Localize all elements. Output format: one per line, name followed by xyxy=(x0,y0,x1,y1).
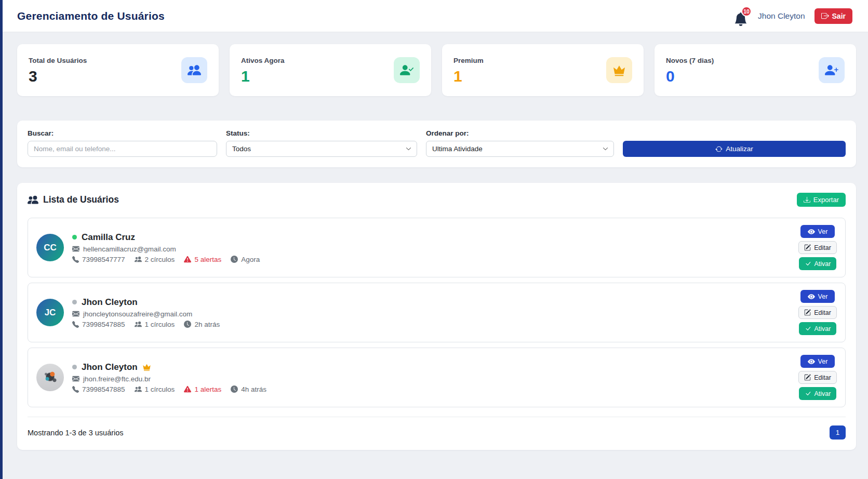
avatar-photo xyxy=(36,364,64,391)
warning-icon xyxy=(184,385,191,393)
stat-icon-box xyxy=(819,57,845,83)
phone-icon xyxy=(72,321,79,328)
user-circles: 1 círculos xyxy=(135,321,175,328)
activate-button[interactable]: Ativar xyxy=(799,322,836,335)
search-label: Buscar: xyxy=(28,129,217,137)
envelope-icon xyxy=(72,375,79,382)
envelope-icon xyxy=(72,245,79,252)
status-dot xyxy=(72,300,77,304)
user-phone: 73998547885 xyxy=(72,385,125,393)
row-actions: Ver Editar Ativar xyxy=(798,355,837,400)
stat-card-total-users: Total de Usuários 3 xyxy=(17,44,219,96)
eye-icon xyxy=(808,293,815,300)
list-footer: Mostrando 1-3 de 3 usuários 1 xyxy=(28,417,846,440)
sort-select[interactable]: Ultima Atividade xyxy=(426,141,614,157)
user-email-line: jhon.freire@ftc.edu.br xyxy=(72,375,798,383)
user-plus-icon xyxy=(825,63,838,77)
stat-card-active-now: Ativos Agora 1 xyxy=(230,44,431,96)
activate-button[interactable]: Ativar xyxy=(799,257,836,270)
stat-label: Total de Usuários xyxy=(29,57,87,64)
header-user-name: Jhon Cleyton xyxy=(758,11,805,21)
user-email: hellencamillacruz@gmail.com xyxy=(83,245,176,253)
notifications-button[interactable]: 10 xyxy=(733,8,749,24)
sort-label: Ordenar por: xyxy=(426,129,614,137)
phone-icon xyxy=(72,256,79,263)
user-last-activity: Agora xyxy=(231,256,260,263)
status-select[interactable]: Todos xyxy=(226,141,417,157)
user-email: jhon.freire@ftc.edu.br xyxy=(83,375,151,383)
edit-button[interactable]: Editar xyxy=(798,241,837,254)
sort-selected-value: Ultima Atividade xyxy=(432,145,483,153)
notification-count-badge: 10 xyxy=(741,6,752,17)
stat-value: 3 xyxy=(29,69,87,84)
user-list-title-label: Lista de Usuários xyxy=(43,194,119,205)
row-actions: Ver Editar Ativar xyxy=(798,225,837,270)
user-name: Jhon Cleyton xyxy=(82,297,138,308)
users-group-icon xyxy=(28,194,38,205)
refresh-button[interactable]: Atualizar xyxy=(623,141,846,157)
user-management-page: Gerenciamento de Usuários 10 Jhon Cleyto… xyxy=(0,0,868,479)
user-info: Jhon Cleyton jhoncleytonsouzafreire@gmai… xyxy=(72,297,798,328)
avatar: CC xyxy=(36,234,64,261)
check-icon xyxy=(805,325,811,332)
edit-button[interactable]: Editar xyxy=(798,371,837,384)
user-phone: 73998547885 xyxy=(72,321,125,328)
check-icon xyxy=(805,260,811,267)
search-group: Buscar: xyxy=(28,129,217,157)
row-actions: Ver Editar Ativar xyxy=(798,290,837,335)
user-email-line: jhoncleytonsouzafreire@gmail.com xyxy=(72,310,798,318)
user-list-title: Lista de Usuários xyxy=(28,194,119,205)
edit-icon xyxy=(804,244,811,251)
user-list-header: Lista de Usuários Exportar xyxy=(28,193,846,207)
user-rows: CC Camilla Cruz hellencamillacruz@gmail.… xyxy=(28,218,846,407)
top-bar: Gerenciamento de Usuários 10 Jhon Cleyto… xyxy=(3,0,868,32)
logout-icon xyxy=(821,12,829,20)
status-selected-value: Todos xyxy=(232,145,251,153)
crown-icon xyxy=(612,63,626,77)
activate-button[interactable]: Ativar xyxy=(799,387,836,400)
top-bar-right: 10 Jhon Cleyton Sair xyxy=(733,8,852,24)
users-group-icon xyxy=(135,321,142,328)
stat-value: 0 xyxy=(666,69,714,84)
stats-row: Total de Usuários 3 Ativos Agora 1 P xyxy=(17,44,856,96)
user-alerts: 5 alertas xyxy=(184,256,221,263)
user-last-activity: 2h atrás xyxy=(184,321,220,328)
view-button[interactable]: Ver xyxy=(800,290,835,303)
status-dot xyxy=(72,235,77,240)
stat-icon-box xyxy=(181,57,207,83)
user-list-card: Lista de Usuários Exportar CC Camilla Cr… xyxy=(17,183,856,450)
logout-label: Sair xyxy=(832,12,846,20)
user-circles: 2 círculos xyxy=(135,256,175,263)
avatar: JC xyxy=(36,299,64,326)
check-icon xyxy=(805,390,811,397)
user-check-icon xyxy=(400,63,413,77)
clock-icon xyxy=(231,256,238,263)
sort-group: Ordenar por: Ultima Atividade xyxy=(426,129,614,157)
refresh-label: Atualizar xyxy=(726,145,753,153)
chevron-down-icon xyxy=(603,146,608,152)
stat-icon-box xyxy=(394,57,420,83)
logout-button[interactable]: Sair xyxy=(814,8,852,24)
user-info: Camilla Cruz hellencamillacruz@gmail.com… xyxy=(72,232,798,263)
users-group-icon xyxy=(135,256,142,263)
user-row: JC Jhon Cleyton jhoncleytonsouzafreire@g… xyxy=(28,283,846,342)
eye-icon xyxy=(808,228,815,235)
user-circles: 1 círculos xyxy=(135,385,175,393)
user-info: Jhon Cleyton jhon.freire@ftc.edu.br xyxy=(72,362,798,393)
stat-card-new-users: Novos (7 dias) 0 xyxy=(655,44,856,96)
status-group: Status: Todos xyxy=(226,129,417,157)
export-button[interactable]: Exportar xyxy=(797,193,846,207)
edit-button[interactable]: Editar xyxy=(798,306,837,319)
clock-icon xyxy=(184,321,191,328)
view-button[interactable]: Ver xyxy=(800,225,835,238)
premium-crown-icon xyxy=(142,363,151,371)
view-button[interactable]: Ver xyxy=(800,355,835,368)
stat-label: Ativos Agora xyxy=(241,57,285,64)
filter-bar: Buscar: Status: Todos Ordenar por: Ultim… xyxy=(17,121,856,167)
clock-icon xyxy=(231,385,238,393)
export-label: Exportar xyxy=(813,196,839,204)
page-title: Gerenciamento de Usuários xyxy=(17,10,165,22)
user-phone: 73998547777 xyxy=(72,256,125,263)
search-input[interactable] xyxy=(28,141,217,157)
pagination-page-1-button[interactable]: 1 xyxy=(830,425,846,440)
